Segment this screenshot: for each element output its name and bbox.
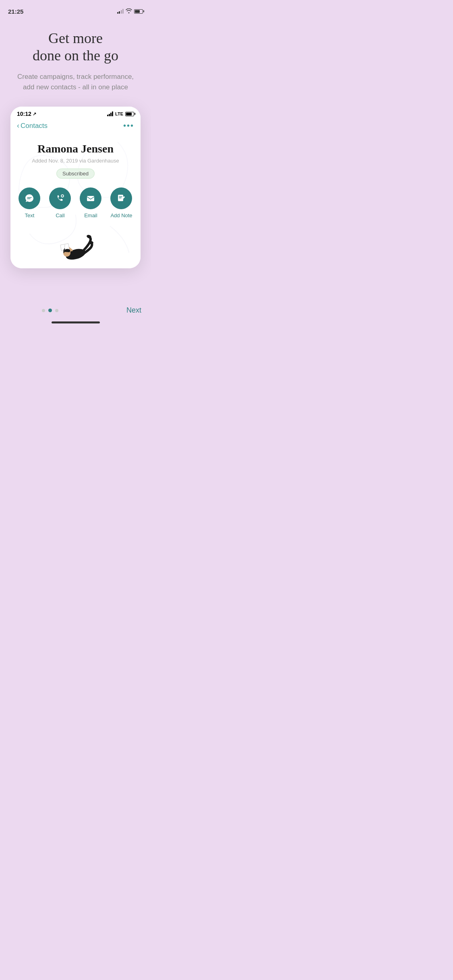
person-illustration [19,228,132,268]
contact-added-date: Added Nov. 8, 2019 via Gardenhause [19,158,132,164]
inner-status-right: LTE [107,111,134,116]
main-content: Get more done on the go Create campaigns… [0,18,151,268]
location-icon: ↗ [33,111,36,117]
contact-nav: ‹ Contacts ••• [10,119,141,134]
add-note-icon [110,187,132,209]
status-time: 21:25 [8,8,23,15]
back-label: Contacts [21,122,48,130]
call-label: Call [56,212,64,218]
contact-body: Ramona Jensen Added Nov. 8, 2019 via Gar… [10,134,141,268]
svg-rect-1 [87,196,94,201]
text-label: Text [25,212,34,218]
wifi-icon [126,8,132,14]
phone-mockup: 10:12 ↗ LTE ‹ Contacts [10,107,141,268]
text-button[interactable]: Text [19,187,40,218]
dot-3 [55,309,58,312]
email-button[interactable]: Email [80,187,101,218]
lte-label: LTE [115,111,123,116]
dot-2 [48,309,52,312]
battery-icon [134,9,143,14]
subheadline: Create campaigns, track performance, add… [12,72,139,92]
back-chevron-icon: ‹ [17,121,19,130]
inner-signal-icon [107,111,113,116]
action-buttons: Text Call [19,187,132,218]
signal-icon [117,9,124,14]
dot-1 [42,309,45,312]
inner-time: 10:12 ↗ [17,111,36,117]
email-icon [80,187,101,209]
headline: Get more done on the go [12,30,139,64]
back-button[interactable]: ‹ Contacts [17,121,48,130]
email-label: Email [84,212,97,218]
pagination-dots [42,309,58,312]
status-bar: 21:25 [0,0,151,18]
home-indicator [52,321,100,323]
text-icon [19,187,40,209]
reading-person-svg [50,228,102,264]
inner-status-bar: 10:12 ↗ LTE [10,107,141,119]
add-note-label: Add Note [110,212,132,218]
add-note-button[interactable]: Add Note [110,187,132,218]
call-button[interactable]: Call [49,187,71,218]
inner-battery-icon [125,112,134,116]
status-icons [117,8,143,14]
subscribed-badge: Subscribed [56,169,95,179]
contact-name: Ramona Jensen [19,142,132,155]
more-button[interactable]: ••• [123,121,134,130]
next-button[interactable]: Next [126,306,141,315]
call-icon [49,187,71,209]
